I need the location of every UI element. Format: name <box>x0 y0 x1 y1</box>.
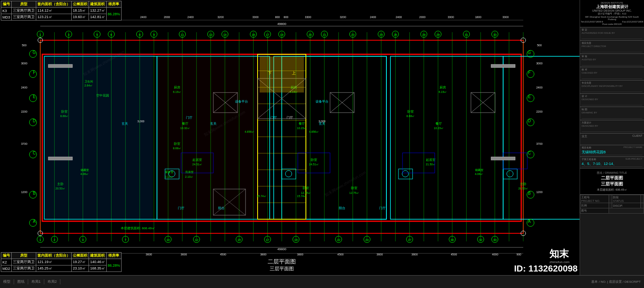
audited-section: 审 核 AUDITED BY <box>580 54 644 67</box>
designed-value <box>582 101 642 105</box>
bottom-data-table: 编号 房型 套内面积（含阳台） 公摊面积 建筑面积 得房率 K2 三室两厅两卫 … <box>1 252 122 272</box>
status-layout1[interactable]: 布局1 <box>28 279 44 284</box>
table-row: MD2 三室两厅两卫 145.25㎡ 23.10㎡ 168.35㎡ <box>1 265 122 272</box>
company-fax: Fax:(021)50371808 <box>622 21 643 23</box>
col-header-bh2: 编号 <box>1 253 12 259</box>
client-section: 业主 CLIENT <box>580 134 644 145</box>
drawing-area-note: 本层建筑面积: 606.49㎡ <box>581 188 643 192</box>
table-row: MD3 三室两厅两卫 123.21㎡ 19.60㎡ 142.81㎡ <box>1 14 122 21</box>
company-name-cn: 上海联创建筑设计 <box>581 4 643 9</box>
status-coords: 基本 / NO. | 底层设置 / DESCRIPT <box>591 280 641 284</box>
discipline-value <box>582 87 642 92</box>
col-header-gt: 公摊面积 <box>72 1 89 8</box>
drawing-title-cn2: 三层平面图 <box>581 181 643 187</box>
subproject-section: 子英工程名称 SUB-PROJECT 4、5、7-10、12-14、 <box>580 157 644 169</box>
status-model[interactable]: 模型 <box>0 279 14 284</box>
company-tel: Tel:(021)50371808-9 <box>581 21 603 23</box>
id-badge: ID: 1132620098 <box>514 263 578 274</box>
right-panel: DESIGN INSTITUTE 上海联创建筑设计 UNITED DESIGN … <box>580 0 644 288</box>
cad-drawing <box>0 0 580 288</box>
col-header-gt2: 公摊面积 <box>72 253 89 259</box>
col-header-jz: 建筑面积 <box>89 1 107 8</box>
authorized-value <box>582 34 642 39</box>
project-director-value <box>582 47 642 52</box>
bottom-bar: 模型 图纸 布局1 布局2 基本 / NO. | 底层设置 / DESCRIPT <box>0 275 644 288</box>
company-name-en: UNITED DESIGN GROUP INC. <box>581 9 643 12</box>
client-value <box>582 138 642 144</box>
audited-value <box>582 61 642 66</box>
meta-table: 工程号 PROJECT NO. 阶段 STATUS 比例 DISCIP. 图号 <box>580 195 644 214</box>
col-header-bh: 编号 <box>1 1 12 8</box>
drawing-title-section: 图名 / DRAWING TITLE 二层平面图 三层平面图 本层建筑面积: 6… <box>580 169 644 195</box>
checked-value <box>582 74 642 79</box>
col-header-nj: 套内面积（含阳台） <box>36 1 72 8</box>
company-cert: 设计证书编号（甲级）A13 <box>581 12 643 16</box>
authorized-section: 审 定 AUTHORIZED FOR ISSUE BY <box>580 27 644 41</box>
project-director-section: 项目负责 PROJECT DIRECTOR <box>580 41 644 54</box>
project-name-section: 项目名称 PROJECT NAME 无锡锦绣花园B <box>580 145 644 157</box>
company-header: DESIGN INSTITUTE 上海联创建筑设计 UNITED DESIGN … <box>580 0 644 27</box>
top-data-table: 编号 房型 套内面积（含阳台） 公摊面积 建筑面积 得房率 K3 三室两厅两卫 … <box>1 1 122 21</box>
subproject-value: 4、5、7-10、12-14、 <box>582 161 642 167</box>
checked-section: 校 对 CHECKED BY <box>580 67 644 80</box>
status-layout2[interactable]: 布局2 <box>44 279 60 284</box>
col-header-lx2: 房型 <box>12 253 36 259</box>
scheme-section: 方案设计 DESIGNED BY <box>580 120 644 134</box>
col-header-lx: 房型 <box>12 1 36 8</box>
company-post: Post code:200120 <box>581 23 643 25</box>
discipline-section: 专业负责 DISCIPLINARY RESPONSIBILITY BY <box>580 80 644 94</box>
col-header-dl: 得房率 <box>106 1 122 8</box>
col-header-jz2: 建筑面积 <box>89 253 107 259</box>
col-header-nj2: 套内面积（含阳台） <box>36 253 72 259</box>
status-drawing[interactable]: 图纸 <box>14 279 28 284</box>
table-row: K2 三室两厅两卫 121.19㎡ 19.27㎡ 140.46㎡ 86.28% <box>1 259 122 265</box>
table-row: K3 三室两厅两卫 114.12㎡ 18.15㎡ 132.27㎡ 86.28% <box>1 8 122 14</box>
scheme-value <box>582 127 642 132</box>
col-header-dl2: 得房率 <box>106 253 122 259</box>
main-area: 知末网www.zhimofun.com 知末网www.zhimofun.com … <box>0 0 580 288</box>
project-name-value: 无锡锦绣花园B <box>582 150 642 155</box>
zhijie-logo: 知末 zhimofun.com <box>549 247 570 264</box>
drawn-value <box>582 114 642 119</box>
designed-section: 设 计 DESIGNED BY <box>580 94 644 107</box>
drawn-section: 制 图 DRAWING BY <box>580 107 644 120</box>
company-address: WF-Shanghai Stock Exchange Building 528 … <box>581 16 643 21</box>
drawing-title-cn: 二层平面图 <box>581 175 643 181</box>
